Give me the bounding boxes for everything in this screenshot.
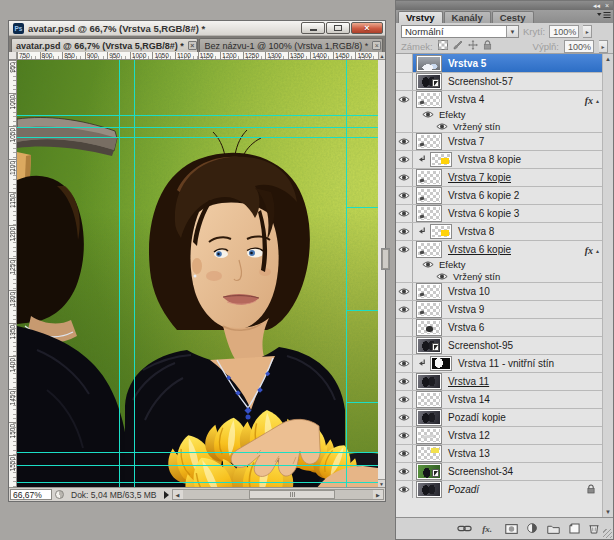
layer-name[interactable]: Vrstva 6 <box>448 322 484 333</box>
visibility-toggle[interactable] <box>396 427 413 444</box>
layer-row[interactable]: Vrstva 6 kopiefx▴ <box>396 240 602 258</box>
layer-thumbnail[interactable] <box>417 392 441 407</box>
layer-thumbnail[interactable] <box>431 225 451 238</box>
lock-transparency-icon[interactable] <box>438 40 448 52</box>
lock-position-icon[interactable] <box>468 40 478 52</box>
layer-thumbnail[interactable] <box>417 302 441 317</box>
layer-row[interactable]: Vrstva 9 <box>396 300 602 318</box>
maximize-button[interactable] <box>326 22 350 34</box>
layer-row[interactable]: Screenshot-57 <box>396 72 602 90</box>
visibility-toggle[interactable] <box>396 301 413 318</box>
visibility-toggle[interactable] <box>436 272 448 281</box>
fill-value[interactable]: 100% <box>564 40 594 53</box>
visibility-toggle[interactable] <box>396 241 413 258</box>
layer-row[interactable]: Vrstva 8 <box>396 222 602 240</box>
delete-layer-button[interactable] <box>589 523 599 534</box>
blend-mode-select[interactable]: Normální ▼ <box>401 25 519 38</box>
visibility-toggle[interactable] <box>396 337 413 354</box>
scroll-down-arrow[interactable]: ▼ <box>378 479 385 487</box>
layers-scrollbar[interactable]: ▲ ▼ <box>602 54 613 517</box>
layer-row[interactable]: Vrstva 6 <box>396 318 602 336</box>
layer-thumbnail[interactable] <box>417 134 441 149</box>
layer-thumbnail[interactable] <box>417 320 441 335</box>
ruler-corner[interactable] <box>9 52 17 59</box>
tab-close-icon[interactable]: × <box>372 41 381 50</box>
layer-thumbnail[interactable] <box>417 482 441 497</box>
opacity-value[interactable]: 100% <box>549 25 579 38</box>
layer-thumbnail[interactable] <box>417 374 441 389</box>
layer-row[interactable]: Vrstva 7 kopie <box>396 168 602 186</box>
visibility-toggle[interactable] <box>396 205 413 222</box>
layers-scroll-down-icon[interactable]: ▼ <box>605 509 611 515</box>
layer-name[interactable]: Vrstva 4 <box>448 94 484 105</box>
collapse-panels-icon[interactable]: ◂◂ <box>593 2 600 10</box>
layer-thumbnail[interactable] <box>417 428 441 443</box>
visibility-toggle[interactable] <box>396 409 413 426</box>
canvas[interactable] <box>17 60 378 487</box>
add-layer-mask-button[interactable] <box>505 524 518 534</box>
visibility-toggle[interactable] <box>396 133 413 150</box>
layer-name[interactable]: Screenshot-95 <box>448 340 513 351</box>
layer-name[interactable]: Pozadí <box>448 484 479 495</box>
visibility-toggle[interactable] <box>396 391 413 408</box>
layer-style-badge[interactable]: fx▴ <box>585 244 599 255</box>
layer-name[interactable]: Vrstva 8 kopie <box>458 154 521 165</box>
layer-name[interactable]: Pozadí kopie <box>448 412 506 423</box>
ruler-horizontal[interactable]: 7508008509009501000105011001150120012501… <box>17 52 378 59</box>
panel-tab-vrstvy[interactable]: Vrstvy <box>398 11 443 23</box>
layer-thumbnail[interactable] <box>417 338 441 353</box>
layer-row[interactable]: Vrstva 6 kopie 2 <box>396 186 602 204</box>
layer-name[interactable]: Screenshot-57 <box>448 76 513 87</box>
layer-thumbnail[interactable] <box>417 446 441 461</box>
layer-name[interactable]: Vrstva 11 <box>448 376 489 387</box>
vertical-scroll-track[interactable] <box>378 60 385 479</box>
vertical-scroll-thumb[interactable] <box>382 249 389 269</box>
visibility-toggle[interactable] <box>396 73 413 90</box>
visibility-toggle[interactable] <box>396 463 413 480</box>
link-layers-button[interactable] <box>457 524 472 533</box>
fill-spinner[interactable]: ▸ <box>599 40 608 53</box>
collapse-effects-icon[interactable]: ▴ <box>596 96 599 103</box>
horizontal-scroll-track[interactable] <box>183 490 373 499</box>
status-options-arrow[interactable] <box>164 491 169 499</box>
visibility-toggle[interactable] <box>396 54 413 72</box>
visibility-toggle[interactable] <box>396 151 413 168</box>
title-bar[interactable]: Ps avatar.psd @ 66,7% (Vrstva 5,RGB/8#) … <box>9 21 385 36</box>
ruler-vertical[interactable]: 9501000105011001150120012501300135014001… <box>9 60 17 487</box>
layer-effects-row[interactable]: Efekty <box>396 258 602 270</box>
layer-row[interactable]: Vrstva 13 <box>396 444 602 462</box>
layer-name[interactable]: Vrstva 7 <box>448 136 484 147</box>
layer-thumbnail[interactable] <box>417 170 441 185</box>
layer-name[interactable]: Vrstva 14 <box>448 394 490 405</box>
close-button[interactable]: × <box>351 22 383 34</box>
panel-tab-cesty[interactable]: Cesty <box>492 11 534 23</box>
lock-paint-icon[interactable] <box>453 40 463 52</box>
canvas-horizontal-scrollbar[interactable]: ◀ ▶ <box>172 489 384 500</box>
visibility-toggle[interactable] <box>396 481 413 498</box>
visibility-toggle[interactable] <box>396 319 413 336</box>
visibility-toggle[interactable] <box>396 445 413 462</box>
layer-row[interactable]: Vrstva 10 <box>396 282 602 300</box>
layer-effect-item-row[interactable]: Vržený stín <box>396 270 602 282</box>
document-tab[interactable]: avatar.psd @ 66,7% (Vrstva 5,RGB/8#) *× <box>11 38 198 52</box>
opacity-spinner[interactable]: ▸ <box>583 25 592 38</box>
layer-row[interactable]: Screenshot-95 <box>396 336 602 354</box>
tab-close-icon[interactable]: × <box>188 41 197 50</box>
visibility-toggle[interactable] <box>396 91 413 108</box>
visibility-toggle[interactable] <box>396 355 413 372</box>
layer-row[interactable]: Vrstva 11 <box>396 372 602 390</box>
layer-thumbnail[interactable] <box>417 410 441 425</box>
zoom-level[interactable]: 66,67% <box>10 489 52 500</box>
chevron-down-icon[interactable]: ▼ <box>506 26 518 37</box>
layer-effect-item-row[interactable]: Vržený stín <box>396 120 602 132</box>
close-panel-icon[interactable]: × <box>605 2 609 10</box>
layer-name[interactable]: Vrstva 6 kopie <box>448 244 511 255</box>
horizontal-scroll-thumb[interactable] <box>249 490 335 499</box>
layer-thumbnail[interactable] <box>417 206 441 221</box>
layers-scroll-up-icon[interactable]: ▲ <box>605 56 611 62</box>
visibility-toggle[interactable] <box>396 223 413 240</box>
minimize-button[interactable] <box>301 22 325 34</box>
layer-thumbnail[interactable] <box>417 92 441 107</box>
layer-row[interactable]: Vrstva 4fx▴ <box>396 90 602 108</box>
layer-name[interactable]: Vrstva 6 kopie 3 <box>448 208 519 219</box>
